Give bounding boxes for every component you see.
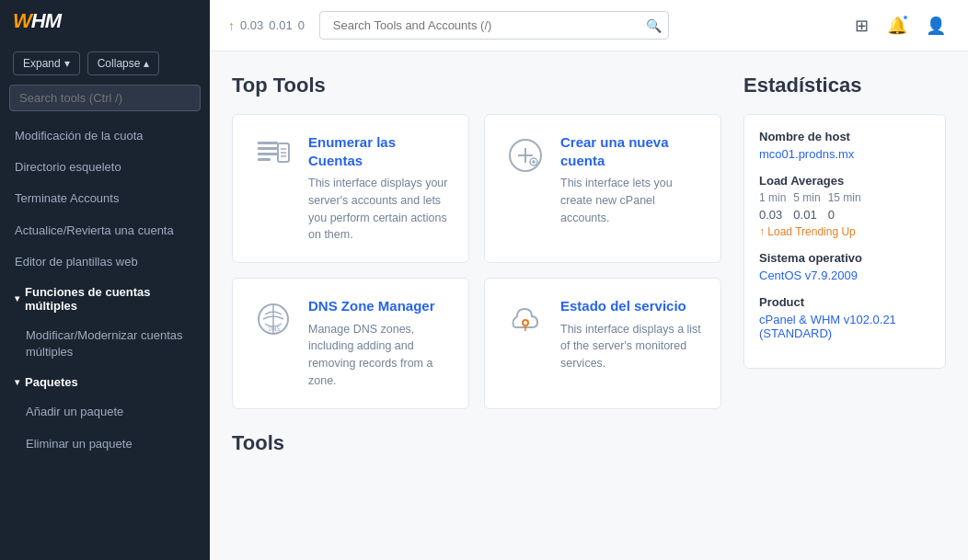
svg-rect-3 [258,158,271,161]
collapse-label: Collapse [98,57,141,70]
so-group: Sistema operativo CentOS v7.9.2009 [759,251,930,282]
tool-desc-dns: Manage DNS zones, including adding and r… [308,321,450,390]
notifications-button[interactable]: 🔔 [883,12,911,40]
chevron-down-icon: ▾ [15,293,19,303]
load-up-arrow-icon: ↑ [228,18,235,33]
load-trending-text: ↑ Load Trending Up [759,225,856,238]
top-tools-grid: Enumerar las Cuentas This interface disp… [232,114,721,409]
sidebar-buttons: Expand ▾ Collapse ▴ [0,42,210,85]
svg-rect-0 [258,142,278,144]
tool-title-dns: DNS Zone Manager [308,297,450,315]
tool-title-enumerar: Enumerar las Cuentas [308,133,450,169]
product-label: Product [759,295,930,309]
sidebar-item-editor-plantillas[interactable]: Editor de plantillas web [0,246,210,278]
tool-desc-crear: This interface lets you create new cPane… [560,175,702,226]
tool-info-crear: Crear una nueva cuenta This interface le… [560,133,702,226]
load-averages-group: Load Averages 1 min 5 min 15 min 0.03 0.… [759,174,930,238]
load-averages: ↑ 0.03 0.01 0 [228,18,305,33]
tool-desc-estado: This interface displays a list of the se… [560,321,702,372]
main-content: ↑ 0.03 0.01 0 🔍 ⊞ 🔔 👤 Top Too [210,0,968,560]
svg-rect-1 [258,147,278,150]
load-1min-label: 1 min [759,191,786,204]
product-group: Product cPanel & WHM v102.0.21 (STANDARD… [759,295,930,340]
product-value[interactable]: cPanel & WHM v102.0.21 (STANDARD) [759,313,930,340]
user-account-button[interactable]: 👤 [922,12,950,40]
grid-icon: ⊞ [855,17,869,35]
so-label: Sistema operativo [759,251,930,265]
sidebar-item-anadir-paquete[interactable]: Añadir un paquete [0,396,210,428]
load-5min: 0.01 [269,18,292,32]
content-area: Top Tools [210,51,968,560]
tool-info-estado: Estado del servicio This interface displ… [560,297,702,372]
notification-dot [902,14,909,21]
load-5min-label: 5 min [793,191,820,204]
sidebar-nav: Modificación de la cuota Directorio esqu… [0,120,210,560]
tools-section: Top Tools [232,74,721,538]
stats-section: Estadísticas Nombre de host mco01.prodns… [743,74,946,538]
tool-card-estado-servicio[interactable]: Estado del servicio This interface displ… [484,278,721,409]
stats-title: Estadísticas [743,74,946,97]
sidebar-section-funciones[interactable]: ▾ Funciones de cuentas múltiples [0,278,210,320]
sidebar-item-actualice-revierta[interactable]: Actualice/Revierta una cuenta [0,215,210,246]
hostname-group: Nombre de host mco01.prodns.mx [759,130,930,161]
add-user-icon [503,133,547,177]
chevron-down-icon-2: ▾ [15,377,19,387]
load-1min-val: 0.03 [759,208,782,222]
cloud-icon [503,297,547,341]
tool-title-crear: Crear una nueva cuenta [560,133,702,169]
search-button[interactable]: 🔍 [646,18,662,33]
topbar: ↑ 0.03 0.01 0 🔍 ⊞ 🔔 👤 [210,0,968,51]
dns-icon: DNS [251,297,295,341]
load-nums: 0.03 0.01 0 [759,208,930,222]
grid-view-button[interactable]: ⊞ [851,12,872,40]
load-1min: 0.03 [240,18,263,32]
topbar-icons: ⊞ 🔔 👤 [851,12,950,40]
expand-label: Expand [23,57,61,70]
svg-rect-2 [258,153,278,155]
tool-card-enumerar-cuentas[interactable]: Enumerar las Cuentas This interface disp… [232,114,469,263]
hostname-label: Nombre de host [759,130,930,143]
list-icon [251,133,295,177]
svg-point-17 [523,320,528,326]
expand-button[interactable]: Expand ▾ [13,51,80,75]
expand-icon: ▾ [64,57,70,70]
sidebar: WHM Expand ▾ Collapse ▴ Modificación de … [0,0,210,560]
tool-title-estado: Estado del servicio [560,297,702,315]
stats-card: Nombre de host mco01.prodns.mx Load Aver… [743,114,946,369]
load-15min: 0 [298,18,305,32]
load-5min-val: 0.01 [793,208,816,222]
load-15min-label: 15 min [828,191,861,204]
load-trending-link[interactable]: ↑ Load Trending Up [759,225,930,238]
user-icon: 👤 [926,17,946,35]
sidebar-search-input[interactable] [9,85,201,111]
svg-text:DNS: DNS [269,326,281,333]
sidebar-item-directorio-esqueleto[interactable]: Directorio esqueleto [0,152,210,183]
hostname-value[interactable]: mco01.prodns.mx [759,147,930,161]
tool-card-dns-zone[interactable]: DNS DNS Zone Manager Manage DNS zones, i… [232,278,469,409]
sidebar-item-eliminar-paquete[interactable]: Eliminar un paquete [0,429,210,460]
top-tools-title: Top Tools [232,74,721,97]
collapse-button[interactable]: Collapse ▴ [87,51,160,75]
load-averages-label: Load Averages [759,174,930,188]
so-value[interactable]: CentOS v7.9.2009 [759,269,930,282]
tools-section-title: Tools [232,431,721,455]
tool-info-dns: DNS Zone Manager Manage DNS zones, inclu… [308,297,450,390]
search-input[interactable] [319,11,669,40]
search-bar: 🔍 [319,11,669,40]
collapse-icon: ▴ [144,57,149,70]
search-icon: 🔍 [646,18,662,33]
sidebar-item-modificar-modernizar[interactable]: Modificar/Modernizar cuentas múltiples [0,320,210,368]
tool-info-enumerar: Enumerar las Cuentas This interface disp… [308,133,450,244]
load-row-labels: 1 min 5 min 15 min [759,191,930,204]
sidebar-item-terminate-accounts[interactable]: Terminate Accounts [0,183,210,214]
sidebar-item-modificacion-cuota[interactable]: Modificación de la cuota [0,120,210,152]
sidebar-section-paquetes[interactable]: ▾ Paquetes [0,368,210,396]
whm-logo: WHM [13,9,61,33]
tool-card-crear-cuenta[interactable]: Crear una nueva cuenta This interface le… [484,114,721,263]
sidebar-header: WHM [0,0,210,42]
tool-desc-enumerar: This interface displays your server's ac… [308,175,450,244]
load-15min-val: 0 [828,208,835,222]
